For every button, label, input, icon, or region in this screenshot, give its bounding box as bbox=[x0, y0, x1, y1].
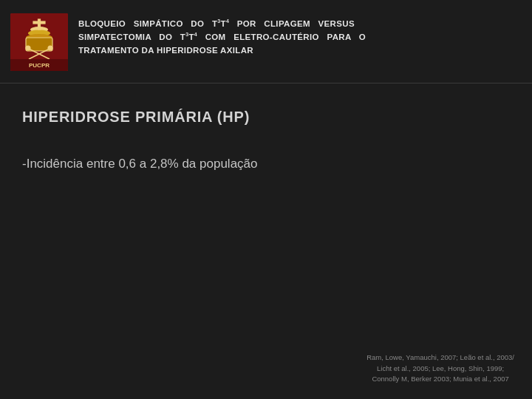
references-text: Ram, Lowe, Yamauchi, 2007; Leão et al., … bbox=[366, 352, 514, 384]
svg-point-9 bbox=[26, 46, 30, 50]
logo-container: PUCPR bbox=[10, 13, 68, 71]
references-footer: Ram, Lowe, Yamauchi, 2007; Leão et al., … bbox=[366, 352, 514, 384]
body-text: -Incidência entre 0,6 a 2,8% da populaçã… bbox=[22, 155, 510, 173]
svg-text:PUCPR: PUCPR bbox=[29, 62, 50, 69]
svg-point-10 bbox=[48, 46, 52, 50]
divider bbox=[0, 83, 532, 83]
slide-title: BLOQUEIO SIMPÁTICO DO T3T4 POR CLIPAGEM … bbox=[78, 18, 517, 57]
title-block: BLOQUEIO SIMPÁTICO DO T3T4 POR CLIPAGEM … bbox=[78, 13, 517, 57]
svg-rect-5 bbox=[38, 19, 41, 30]
slide: PUCPR BLOQUEIO SIMPÁTICO DO T3T4 POR CLI… bbox=[0, 0, 532, 399]
section-title: HIPERIDROSE PRIMÁRIA (HP) bbox=[22, 109, 510, 126]
svg-rect-6 bbox=[33, 21, 45, 24]
header: PUCPR BLOQUEIO SIMPÁTICO DO T3T4 POR CLI… bbox=[0, 0, 532, 78]
pucpr-logo: PUCPR bbox=[10, 13, 68, 71]
